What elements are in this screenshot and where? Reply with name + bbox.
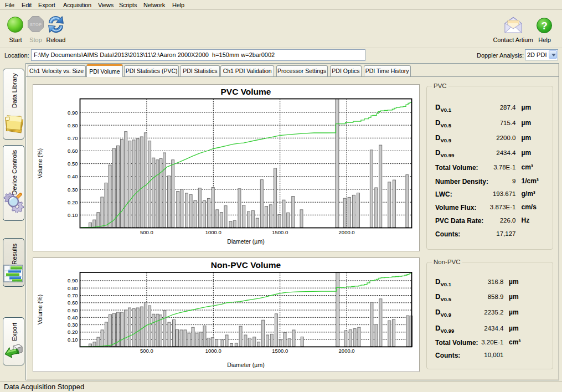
- svg-text:0.10: 0.10: [68, 212, 78, 218]
- svg-text:0.20: 0.20: [68, 199, 78, 205]
- svg-text:2000.0: 2000.0: [339, 348, 355, 354]
- svg-text:0.20: 0.20: [68, 329, 78, 335]
- svg-text:500.0: 500.0: [140, 229, 153, 235]
- svg-text:0.70: 0.70: [68, 292, 78, 298]
- svg-text:1500.0: 1500.0: [272, 229, 288, 235]
- svg-text:2000.0: 2000.0: [339, 229, 355, 235]
- svg-text:0.50: 0.50: [68, 307, 78, 313]
- svg-text:PVC Volume: PVC Volume: [220, 86, 271, 96]
- svg-text:1500.0: 1500.0: [272, 348, 288, 354]
- svg-text:0.10: 0.10: [68, 337, 78, 343]
- svg-text:0.30: 0.30: [68, 186, 78, 192]
- svg-text:1000.0: 1000.0: [205, 348, 221, 354]
- svg-text:0.80: 0.80: [68, 122, 78, 128]
- svg-text:0.40: 0.40: [68, 173, 78, 179]
- svg-text:1000.0: 1000.0: [205, 229, 221, 235]
- svg-text:0.50: 0.50: [68, 161, 78, 167]
- svg-text:STOP: STOP: [30, 22, 42, 27]
- svg-text:0.80: 0.80: [68, 285, 78, 291]
- svg-text:500.0: 500.0: [140, 348, 153, 354]
- svg-text:Volume (%): Volume (%): [37, 148, 43, 178]
- svg-text:0.30: 0.30: [68, 322, 78, 328]
- svg-text:Diameter (µm): Diameter (µm): [227, 362, 264, 368]
- svg-text:0.70: 0.70: [68, 135, 78, 141]
- svg-text:Diameter (µm): Diameter (µm): [227, 238, 264, 244]
- svg-text:0.60: 0.60: [68, 300, 78, 306]
- svg-text:0.40: 0.40: [68, 314, 78, 321]
- svg-text:Volume (%): Volume (%): [37, 295, 43, 324]
- svg-text:0.90: 0.90: [68, 109, 78, 115]
- svg-text:0.90: 0.90: [68, 277, 78, 283]
- svg-text:Non-PVC Volume: Non-PVC Volume: [211, 260, 281, 270]
- svg-text:0.60: 0.60: [68, 148, 78, 154]
